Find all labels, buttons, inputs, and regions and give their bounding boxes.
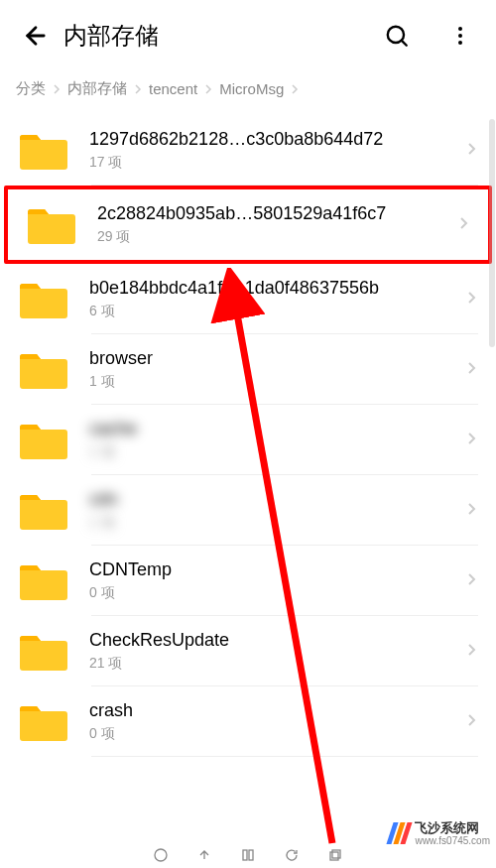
folder-item-count: 1 项	[89, 373, 456, 391]
folder-item-count: 29 项	[97, 228, 448, 246]
folder-row-content: crash0 项	[89, 700, 456, 743]
search-icon	[384, 23, 410, 49]
folder-row[interactable]: CDNTemp0 项	[0, 546, 496, 616]
chevron-right-icon	[52, 80, 62, 97]
folder-item-count: 17 项	[89, 154, 456, 172]
folder-row[interactable]: crash0 项	[0, 686, 496, 757]
breadcrumb-segment[interactable]: tencent	[149, 80, 197, 97]
chevron-right-icon	[464, 432, 478, 449]
folder-row-content: CDNTemp0 项	[89, 559, 456, 602]
header-actions	[377, 16, 480, 56]
folder-name: 1297d6862b2128…c3c0ba8b644d72	[89, 129, 456, 150]
breadcrumb-segment[interactable]: 内部存储	[67, 79, 127, 98]
folder-name: cdn	[89, 489, 456, 510]
folder-icon	[18, 631, 69, 673]
folder-name: b0e184bbdc4a1ff…1da0f48637556b	[89, 278, 456, 299]
breadcrumb: 分类内部存储tencentMicroMsg	[0, 71, 496, 115]
page-title: 内部存储	[63, 20, 377, 52]
folder-row[interactable]: CheckResUpdate21 项	[0, 616, 496, 686]
arrow-left-icon	[22, 22, 50, 50]
folder-name: 2c28824b0935ab…5801529a41f6c7	[97, 203, 448, 224]
folder-icon	[18, 490, 69, 532]
folder-item-count: 0 项	[89, 584, 456, 602]
svg-point-6	[155, 849, 167, 861]
folder-row-content: 1297d6862b2128…c3c0ba8b644d7217 项	[89, 129, 456, 172]
more-vertical-icon	[448, 24, 472, 48]
folder-icon	[26, 204, 77, 246]
folder-name: CDNTemp	[89, 559, 456, 580]
folder-list[interactable]: 1297d6862b2128…c3c0ba8b644d7217 项2c28824…	[0, 115, 496, 757]
folder-row-content: cache1 项	[89, 419, 456, 461]
toolbar-share-icon[interactable]	[196, 847, 212, 863]
scrollbar[interactable]	[489, 119, 495, 347]
folder-icon	[18, 349, 69, 391]
app-header: 内部存储	[0, 0, 496, 71]
search-button[interactable]	[377, 16, 417, 56]
toolbar-refresh-icon[interactable]	[284, 847, 300, 863]
folder-name: cache	[89, 419, 456, 439]
toolbar-layers-icon[interactable]	[327, 847, 343, 863]
folder-icon	[18, 701, 69, 743]
folder-row-content: 2c28824b0935ab…5801529a41f6c729 项	[97, 203, 448, 246]
svg-rect-9	[330, 852, 338, 860]
breadcrumb-segment[interactable]: MicroMsg	[219, 80, 284, 97]
folder-row[interactable]: 2c28824b0935ab…5801529a41f6c729 项	[4, 186, 492, 264]
chevron-right-icon	[133, 80, 143, 97]
folder-icon	[18, 420, 69, 461]
chevron-right-icon	[290, 80, 300, 97]
folder-item-count: 1 项	[89, 514, 456, 532]
chevron-right-icon	[464, 572, 478, 590]
folder-item-count: 6 项	[89, 303, 456, 320]
folder-item-count: 1 项	[89, 443, 456, 461]
more-menu-button[interactable]	[440, 16, 480, 56]
back-button[interactable]	[16, 16, 56, 56]
toolbar-columns-icon[interactable]	[240, 847, 256, 863]
folder-name: crash	[89, 700, 456, 721]
bottom-toolbar	[0, 844, 496, 868]
chevron-right-icon	[464, 643, 478, 661]
svg-rect-8	[249, 850, 253, 860]
watermark-logo-icon	[390, 822, 411, 844]
folder-row-content: cdn1 项	[89, 489, 456, 532]
breadcrumb-segment[interactable]: 分类	[16, 79, 46, 98]
folder-row[interactable]: cdn1 项	[0, 475, 496, 546]
folder-row[interactable]: cache1 项	[0, 405, 496, 475]
svg-rect-10	[332, 850, 340, 858]
chevron-right-icon	[464, 713, 478, 731]
folder-item-count: 21 项	[89, 655, 456, 673]
svg-point-2	[458, 34, 462, 38]
folder-name: CheckResUpdate	[89, 630, 456, 651]
folder-row-content: CheckResUpdate21 项	[89, 630, 456, 673]
chevron-right-icon	[456, 216, 470, 234]
folder-row-content: browser1 项	[89, 348, 456, 391]
toolbar-circle-icon[interactable]	[153, 847, 169, 863]
svg-rect-7	[243, 850, 247, 860]
folder-icon	[18, 560, 69, 602]
svg-point-3	[458, 41, 462, 45]
divider	[91, 756, 478, 757]
folder-row[interactable]: b0e184bbdc4a1ff…1da0f48637556b6 项	[0, 264, 496, 334]
chevron-right-icon	[464, 502, 478, 520]
folder-icon	[18, 279, 69, 320]
folder-row[interactable]: 1297d6862b2128…c3c0ba8b644d7217 项	[0, 115, 496, 186]
watermark: 飞沙系统网 www.fs0745.com	[390, 819, 490, 846]
svg-point-1	[458, 27, 462, 31]
chevron-right-icon	[464, 142, 478, 160]
folder-row-content: b0e184bbdc4a1ff…1da0f48637556b6 项	[89, 278, 456, 320]
folder-icon	[18, 130, 69, 172]
folder-name: browser	[89, 348, 456, 369]
chevron-right-icon	[464, 291, 478, 309]
folder-item-count: 0 项	[89, 725, 456, 743]
folder-row[interactable]: browser1 项	[0, 334, 496, 405]
chevron-right-icon	[464, 361, 478, 379]
chevron-right-icon	[203, 80, 213, 97]
